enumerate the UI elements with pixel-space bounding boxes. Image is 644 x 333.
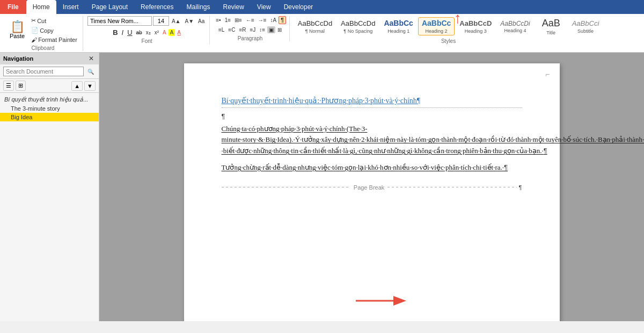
- nav-header: Navigation ✕: [0, 53, 99, 64]
- tab-view[interactable]: View: [251, 0, 277, 14]
- nav-up-button[interactable]: ▲: [71, 81, 83, 91]
- corner-mark-tr: ⌐: [545, 70, 550, 78]
- font-selector-row: A▲ A▼ Aa: [87, 16, 206, 26]
- font-color-button[interactable]: A: [175, 29, 182, 36]
- style-normal[interactable]: AaBbCcDd ¶ Normal: [294, 18, 336, 35]
- format-painter-button[interactable]: 🖌 Format Painter: [29, 35, 79, 44]
- para-row-1: ≡• 1≡ ⊞≡ ←≡ →≡ ↕A ¶: [214, 16, 286, 24]
- clipboard-content: 📋 Paste ✂ Cut 📄 Copy 🖌 Format Painter: [6, 16, 79, 44]
- highlight-button[interactable]: A: [169, 29, 175, 36]
- font-size-input[interactable]: [153, 16, 169, 26]
- style-heading3[interactable]: AaBbCcD Heading 3: [456, 18, 495, 35]
- bold-button[interactable]: B: [111, 28, 119, 37]
- ribbon-group-styles: AaBbCcDd ¶ Normal AaBbCcDd ¶ No Spacing …: [291, 16, 606, 44]
- underline-button[interactable]: U: [126, 28, 134, 37]
- nav-close-button[interactable]: ✕: [87, 54, 96, 63]
- nav-icons-row: ☰ ⊞ ▲ ▼: [0, 79, 99, 93]
- align-right[interactable]: ≡R: [237, 26, 247, 33]
- page-break: Page Break ¶: [222, 184, 522, 191]
- cut-button[interactable]: ✂ Cut: [29, 16, 79, 25]
- style-subtitle[interactable]: AaBbCci Subtitle: [568, 18, 603, 35]
- style-heading3-preview: AaBbCcD: [459, 19, 492, 28]
- shading-button[interactable]: ▣: [267, 26, 275, 33]
- paragraph-label: Paragraph: [238, 35, 263, 41]
- nav-headings-view[interactable]: ☰: [3, 81, 14, 91]
- tab-file[interactable]: File: [0, 0, 26, 14]
- style-subtitle-preview: AaBbCci: [572, 19, 599, 28]
- borders-button[interactable]: ⊞: [276, 26, 283, 33]
- style-heading1-preview: AaBbCc: [384, 19, 413, 28]
- pilcrow-mark: ¶: [222, 112, 225, 120]
- clipboard-label: Clipboard: [32, 45, 55, 51]
- ribbon-tabs: File Home Insert Page Layout References …: [0, 0, 644, 14]
- subscript-button[interactable]: x₂: [144, 29, 152, 36]
- align-center[interactable]: ≡C: [226, 26, 237, 33]
- nav-pages-view[interactable]: ⊞: [16, 81, 26, 91]
- font-content: A▲ A▼ Aa B I U ab x₂ x² A A A: [87, 16, 206, 37]
- increase-indent[interactable]: →≡: [257, 17, 268, 24]
- ribbon-group-paragraph: ≡• 1≡ ⊞≡ ←≡ →≡ ↕A ¶ ≡L ≡C ≡R ≡J ↕≡ ▣ ⊞ P…: [211, 16, 290, 41]
- style-heading3-label: Heading 3: [465, 28, 487, 34]
- page-break-line-left: [222, 187, 350, 187]
- style-heading4[interactable]: AaBbCcDi Heading 4: [496, 18, 533, 35]
- line-spacing[interactable]: ↕≡: [258, 26, 267, 33]
- nav-item-0[interactable]: Bí quyết thuyết trình hiệu quả...: [0, 95, 99, 104]
- bullets-button[interactable]: ≡•: [214, 17, 222, 24]
- font-format-row: B I U ab x₂ x² A A A: [111, 28, 182, 37]
- numbering-button[interactable]: 1≡: [223, 17, 232, 24]
- paste-button[interactable]: 📋 Paste: [6, 20, 28, 40]
- search-input[interactable]: [3, 67, 84, 76]
- clear-format-btn[interactable]: Aa: [196, 18, 206, 25]
- style-heading1[interactable]: AaBbCc Heading 1: [380, 17, 416, 35]
- tab-developer[interactable]: Developer: [277, 0, 320, 14]
- style-heading1-label: Heading 1: [387, 28, 409, 34]
- tab-mailings[interactable]: Mailings: [180, 0, 216, 14]
- style-heading2-preview: AaBbCc: [422, 19, 451, 28]
- page-break-pilcrow: ¶: [519, 184, 522, 191]
- nav-item-2[interactable]: Big Idea: [0, 113, 99, 121]
- multilevel-button[interactable]: ⊞≡: [233, 17, 244, 24]
- doc-pilcrow-1: ¶: [222, 112, 522, 120]
- tab-insert[interactable]: Insert: [56, 0, 85, 14]
- italic-button[interactable]: I: [120, 28, 126, 37]
- show-formatting-button[interactable]: ¶: [279, 16, 286, 24]
- decrease-indent[interactable]: ←≡: [244, 17, 256, 24]
- clipboard-secondary: ✂ Cut 📄 Copy 🖌 Format Painter: [29, 16, 79, 44]
- nav-item-1[interactable]: The 3-minute story: [0, 104, 99, 113]
- font-size-down[interactable]: A▼: [183, 18, 195, 25]
- style-normal-label: ¶ Normal: [305, 28, 325, 34]
- style-title[interactable]: AaB Title: [535, 16, 567, 37]
- search-button[interactable]: 🔍: [86, 68, 96, 75]
- nav-down-button[interactable]: ▼: [84, 81, 96, 91]
- styles-content: AaBbCcDd ¶ Normal AaBbCcDd ¶ No Spacing …: [294, 16, 603, 37]
- style-subtitle-label: Subtitle: [577, 28, 594, 34]
- style-title-preview: AaB: [542, 18, 560, 30]
- doc-title-text: Bí·quyết·thuyết·trình·hiệu·quả:·Phương·p…: [222, 97, 421, 105]
- red-arrow-doc: [356, 293, 409, 310]
- superscript-button[interactable]: x²: [153, 29, 160, 36]
- strikethrough-button[interactable]: ab: [135, 29, 144, 36]
- document-area[interactable]: ⌐ Bí·quyết·thuyết·trình·hiệu·quả:·Phương…: [99, 53, 644, 321]
- tab-home[interactable]: Home: [26, 0, 56, 14]
- tab-review[interactable]: Review: [216, 0, 250, 14]
- tab-page-layout[interactable]: Page Layout: [85, 0, 134, 14]
- para-row-2: ≡L ≡C ≡R ≡J ↕≡ ▣ ⊞: [217, 26, 283, 33]
- page-break-line-right: [387, 187, 516, 187]
- red-arrow-top: ↑: [454, 10, 462, 27]
- style-heading2[interactable]: AaBbCc Heading 2: [418, 17, 455, 35]
- style-no-spacing[interactable]: AaBbCcDd ¶ No Spacing: [337, 18, 379, 35]
- justify-button[interactable]: ≡J: [248, 26, 257, 33]
- tab-references[interactable]: References: [134, 0, 180, 14]
- page-break-label: Page Break: [354, 184, 384, 191]
- ribbon-group-clipboard: 📋 Paste ✂ Cut 📄 Copy 🖌 Format Painter Cl…: [3, 16, 83, 51]
- font-size-up[interactable]: A▲: [170, 18, 182, 25]
- font-name-input[interactable]: [87, 16, 152, 26]
- style-heading2-label: Heading 2: [426, 28, 448, 34]
- main-layout: Navigation ✕ 🔍 ☰ ⊞ ▲ ▼ Bí quyết thuyết t…: [0, 53, 644, 321]
- style-title-label: Title: [546, 30, 555, 35]
- sort-button[interactable]: ↕A: [269, 17, 279, 24]
- text-effects-button[interactable]: A: [161, 29, 168, 36]
- align-left[interactable]: ≡L: [217, 26, 226, 33]
- copy-button[interactable]: 📄 Copy: [29, 26, 79, 35]
- para-1-text: Chúng·ta·có·phương·pháp·3·phút·và·ý·chín…: [222, 125, 645, 155]
